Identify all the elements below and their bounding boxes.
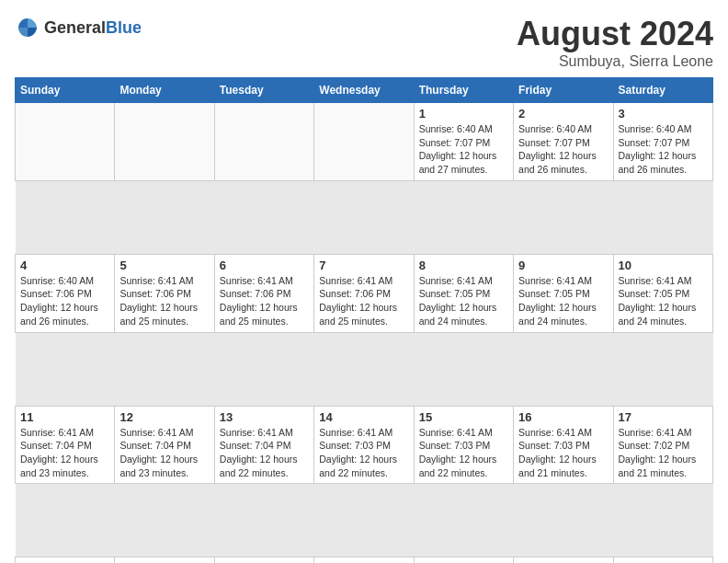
calendar-cell: 15Sunrise: 6:41 AM Sunset: 7:03 PM Dayli… (414, 406, 513, 484)
day-number: 13 (220, 410, 309, 424)
calendar-cell: 2Sunrise: 6:40 AM Sunset: 7:07 PM Daylig… (514, 103, 613, 181)
day-number: 9 (518, 259, 608, 272)
calendar-cell: 8Sunrise: 6:41 AM Sunset: 7:05 PM Daylig… (414, 254, 513, 332)
day-number: 1 (419, 107, 508, 121)
day-number: 14 (319, 410, 408, 424)
day-info: Sunrise: 6:41 AM Sunset: 7:04 PM Dayligh… (119, 426, 209, 480)
day-info: Sunrise: 6:41 AM Sunset: 7:05 PM Dayligh… (419, 274, 508, 328)
logo-general: General (44, 18, 106, 37)
day-info: Sunrise: 6:40 AM Sunset: 7:07 PM Dayligh… (419, 122, 508, 177)
calendar-cell: 1Sunrise: 6:40 AM Sunset: 7:07 PM Daylig… (414, 103, 513, 181)
calendar-cell: 22Sunrise: 6:40 AM Sunset: 7:00 PM Dayli… (414, 557, 513, 563)
weekday-header-friday: Friday (514, 78, 613, 103)
week-divider (16, 180, 713, 254)
calendar-cell (214, 103, 313, 181)
day-info: Sunrise: 6:41 AM Sunset: 7:04 PM Dayligh… (20, 426, 109, 480)
day-info: Sunrise: 6:41 AM Sunset: 7:03 PM Dayligh… (518, 426, 608, 480)
calendar-cell: 19Sunrise: 6:41 AM Sunset: 7:01 PM Dayli… (115, 557, 214, 563)
weekday-header-monday: Monday (115, 78, 214, 103)
calendar-title: August 2024 (517, 15, 713, 53)
calendar-cell (115, 103, 214, 181)
calendar-cell: 4Sunrise: 6:40 AM Sunset: 7:06 PM Daylig… (16, 254, 115, 332)
calendar-cell: 9Sunrise: 6:41 AM Sunset: 7:05 PM Daylig… (514, 254, 613, 332)
calendar-cell: 12Sunrise: 6:41 AM Sunset: 7:04 PM Dayli… (115, 406, 214, 484)
calendar-cell: 5Sunrise: 6:41 AM Sunset: 7:06 PM Daylig… (115, 254, 214, 332)
calendar-cell: 11Sunrise: 6:41 AM Sunset: 7:04 PM Dayli… (16, 406, 115, 484)
day-info: Sunrise: 6:40 AM Sunset: 7:07 PM Dayligh… (619, 122, 708, 177)
logo-blue: Blue (106, 18, 142, 37)
calendar-cell: 10Sunrise: 6:41 AM Sunset: 7:05 PM Dayli… (613, 254, 712, 332)
weekday-header-tuesday: Tuesday (214, 78, 313, 103)
logo: GeneralBlue (15, 15, 142, 40)
day-number: 10 (619, 259, 708, 272)
calendar-cell: 24Sunrise: 6:40 AM Sunset: 6:59 PM Dayli… (613, 557, 712, 563)
header: GeneralBlue August 2024 Sumbuya, Sierra … (15, 15, 713, 70)
calendar-cell: 23Sunrise: 6:40 AM Sunset: 7:00 PM Dayli… (514, 557, 613, 563)
day-number: 15 (419, 410, 508, 424)
title-area: August 2024 Sumbuya, Sierra Leone (517, 15, 713, 70)
calendar-week-1: 1Sunrise: 6:40 AM Sunset: 7:07 PM Daylig… (16, 103, 713, 181)
calendar-cell: 20Sunrise: 6:41 AM Sunset: 7:01 PM Dayli… (214, 557, 313, 563)
calendar-subtitle: Sumbuya, Sierra Leone (517, 53, 713, 70)
day-number: 6 (220, 259, 309, 272)
calendar-week-3: 11Sunrise: 6:41 AM Sunset: 7:04 PM Dayli… (16, 406, 713, 484)
calendar-cell: 21Sunrise: 6:41 AM Sunset: 7:00 PM Dayli… (314, 557, 414, 563)
calendar-cell: 17Sunrise: 6:41 AM Sunset: 7:02 PM Dayli… (613, 406, 712, 484)
day-info: Sunrise: 6:41 AM Sunset: 7:03 PM Dayligh… (319, 426, 408, 480)
calendar-cell: 13Sunrise: 6:41 AM Sunset: 7:04 PM Dayli… (214, 406, 313, 484)
calendar-cell (16, 103, 115, 181)
calendar-cell: 3Sunrise: 6:40 AM Sunset: 7:07 PM Daylig… (613, 103, 712, 181)
week-divider (16, 484, 713, 557)
day-info: Sunrise: 6:41 AM Sunset: 7:06 PM Dayligh… (220, 274, 309, 328)
calendar-week-2: 4Sunrise: 6:40 AM Sunset: 7:06 PM Daylig… (16, 254, 713, 332)
calendar-cell (314, 103, 414, 181)
day-info: Sunrise: 6:41 AM Sunset: 7:06 PM Dayligh… (319, 274, 408, 328)
logo-text: GeneralBlue (44, 18, 142, 38)
weekday-header-thursday: Thursday (414, 78, 513, 103)
day-info: Sunrise: 6:40 AM Sunset: 7:06 PM Dayligh… (20, 274, 109, 328)
day-number: 12 (119, 410, 209, 424)
day-info: Sunrise: 6:41 AM Sunset: 7:03 PM Dayligh… (419, 426, 508, 480)
calendar-week-4: 18Sunrise: 6:41 AM Sunset: 7:02 PM Dayli… (16, 557, 713, 563)
calendar-cell: 7Sunrise: 6:41 AM Sunset: 7:06 PM Daylig… (314, 254, 414, 332)
weekday-header-sunday: Sunday (16, 78, 115, 103)
day-info: Sunrise: 6:41 AM Sunset: 7:04 PM Dayligh… (220, 426, 309, 480)
calendar-cell: 14Sunrise: 6:41 AM Sunset: 7:03 PM Dayli… (314, 406, 414, 484)
calendar-cell: 6Sunrise: 6:41 AM Sunset: 7:06 PM Daylig… (214, 254, 313, 332)
day-number: 17 (619, 410, 708, 424)
day-number: 7 (319, 259, 408, 272)
day-info: Sunrise: 6:41 AM Sunset: 7:05 PM Dayligh… (518, 274, 608, 328)
logo-icon (15, 15, 40, 40)
weekday-header-saturday: Saturday (613, 78, 712, 103)
day-number: 4 (20, 259, 109, 272)
day-info: Sunrise: 6:41 AM Sunset: 7:02 PM Dayligh… (619, 426, 708, 480)
weekday-header-wednesday: Wednesday (314, 78, 414, 103)
day-number: 2 (518, 107, 608, 121)
calendar-table: SundayMondayTuesdayWednesdayThursdayFrid… (15, 77, 713, 563)
day-number: 11 (20, 410, 109, 424)
day-info: Sunrise: 6:41 AM Sunset: 7:06 PM Dayligh… (119, 274, 209, 328)
calendar-cell: 16Sunrise: 6:41 AM Sunset: 7:03 PM Dayli… (514, 406, 613, 484)
calendar-cell: 18Sunrise: 6:41 AM Sunset: 7:02 PM Dayli… (16, 557, 115, 563)
day-info: Sunrise: 6:40 AM Sunset: 7:07 PM Dayligh… (518, 122, 608, 177)
day-number: 5 (119, 259, 209, 272)
week-divider (16, 332, 713, 406)
day-number: 16 (518, 410, 608, 424)
day-number: 3 (619, 107, 708, 121)
day-number: 8 (419, 259, 508, 272)
day-info: Sunrise: 6:41 AM Sunset: 7:05 PM Dayligh… (619, 274, 708, 328)
